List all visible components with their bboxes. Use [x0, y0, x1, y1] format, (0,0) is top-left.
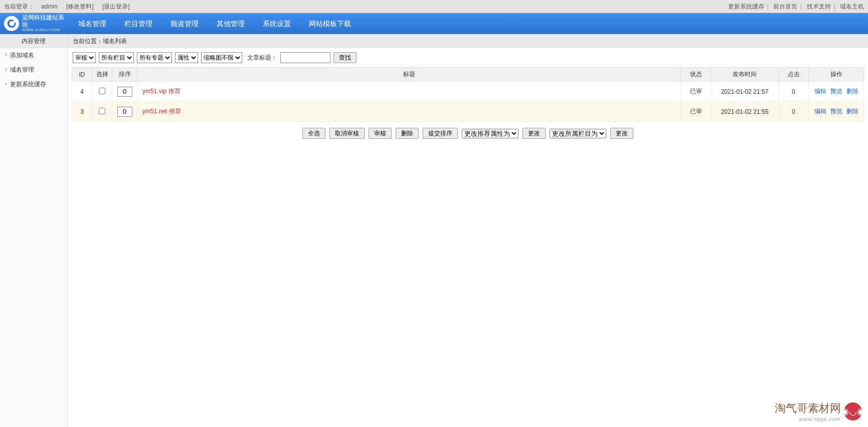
change-column-button[interactable]: 更改	[610, 128, 633, 139]
cell-id: 3	[72, 102, 92, 122]
change-column-select[interactable]: 更改所属栏目为	[550, 129, 606, 138]
th-title: 标题	[137, 68, 681, 82]
nav-channel[interactable]: 频道管理	[161, 13, 208, 34]
current-login-label: 当前登录：	[4, 3, 34, 10]
topbar: 当前登录：admin [修改资料] [退出登录] 更新系统缓存| 前台首页| 技…	[0, 0, 868, 13]
cancel-audit-button[interactable]: 取消审核	[329, 128, 365, 139]
watermark-face-icon: ◉◡◉	[844, 402, 862, 420]
domain-link[interactable]: ym51.net	[142, 108, 167, 115]
filter-column-select[interactable]: 所有栏目	[99, 52, 134, 63]
cell-id: 4	[72, 82, 92, 102]
preview-link[interactable]: 预览	[830, 88, 842, 95]
filter-thumb-select[interactable]: 缩略图不限	[201, 52, 242, 63]
watermark: 淘气哥素材网 www.tqge.com ◉◡◉	[775, 401, 862, 422]
table-row: 4ym51.vip推荐已审2021-01-02 21:570编辑预览删除	[72, 82, 864, 102]
th-time: 发布时间	[711, 68, 779, 82]
th-id: ID	[72, 68, 92, 82]
logo-icon	[4, 16, 19, 31]
filter-audit-select[interactable]: 审核	[73, 52, 96, 63]
row-checkbox[interactable]	[99, 88, 105, 94]
brand-logo: 浚网科技建站系统 WWW.JUNUU.COM	[4, 15, 69, 32]
table-row: 3ym51.net推荐已审2021-01-02 21:550编辑预览删除	[72, 102, 864, 122]
sidebar-item-refresh-cache[interactable]: 更新系统缓存	[0, 77, 67, 92]
edit-link[interactable]: 编辑	[814, 108, 826, 115]
watermark-title: 淘气哥素材网	[775, 401, 841, 416]
breadcrumb: 当前位置：域名列表	[68, 34, 868, 48]
select-all-button[interactable]: 全选	[302, 128, 325, 139]
sidebar: 内容管理 添加域名 域名管理 更新系统缓存	[0, 34, 68, 427]
cell-status: 已审	[681, 102, 711, 122]
preview-link[interactable]: 预览	[830, 108, 842, 115]
cell-hits: 0	[779, 102, 809, 122]
cell-time: 2021-01-02 21:57	[711, 82, 779, 102]
search-button[interactable]: 查找	[333, 52, 357, 63]
audit-button[interactable]: 审核	[369, 128, 392, 139]
recommend-badge: 推荐	[168, 88, 181, 95]
th-ops: 操作	[809, 68, 864, 82]
filter-bar: 审核 所有栏目 所有专题 属性 缩略图不限 文章标题： 查找	[68, 48, 868, 67]
recommend-badge: 推荐	[169, 108, 181, 115]
row-checkbox[interactable]	[99, 108, 105, 114]
submit-sort-button[interactable]: 提交排序	[423, 128, 458, 139]
top-link-refresh-cache[interactable]: 更新系统缓存	[728, 3, 764, 10]
filter-topic-select[interactable]: 所有专题	[137, 52, 172, 63]
bulk-actions: 全选 取消审核 审核 删除 提交排序 更改推荐属性为 更改 更改所属栏目为 更改	[68, 122, 868, 145]
modify-profile-link[interactable]: [修改资料]	[66, 3, 94, 10]
th-select: 选择	[92, 68, 112, 82]
current-user: admin	[41, 3, 58, 10]
th-status: 状态	[681, 68, 711, 82]
brand-sub: WWW.JUNUU.COM	[22, 28, 69, 33]
delete-button[interactable]: 删除	[396, 128, 419, 139]
edit-link[interactable]: 编辑	[814, 88, 826, 95]
change-reco-button[interactable]: 更改	[523, 128, 546, 139]
brand-name: 浚网科技建站系统	[22, 15, 69, 28]
domain-link[interactable]: ym51.vip	[142, 88, 166, 95]
filter-attr-select[interactable]: 属性	[175, 52, 198, 63]
main-nav: 浚网科技建站系统 WWW.JUNUU.COM 域名管理 栏目管理 频道管理 其他…	[0, 13, 868, 34]
cell-status: 已审	[681, 82, 711, 102]
th-hits: 点击	[779, 68, 809, 82]
sort-input[interactable]	[117, 87, 132, 97]
nav-template[interactable]: 网站模板下载	[300, 13, 360, 34]
delete-link[interactable]: 删除	[846, 108, 858, 115]
delete-link[interactable]: 删除	[846, 88, 858, 95]
content: 当前位置：域名列表 审核 所有栏目 所有专题 属性 缩略图不限 文章标题： 查找…	[68, 34, 868, 427]
filter-title-label: 文章标题：	[247, 54, 277, 62]
change-reco-select[interactable]: 更改推荐属性为	[462, 129, 518, 138]
top-link-domain-host[interactable]: 域名主机	[840, 3, 864, 10]
nav-column[interactable]: 栏目管理	[115, 13, 161, 34]
sort-input[interactable]	[117, 107, 132, 117]
nav-other[interactable]: 其他管理	[208, 13, 254, 34]
nav-domain[interactable]: 域名管理	[69, 13, 115, 34]
sidebar-item-domain-manage[interactable]: 域名管理	[0, 63, 67, 77]
top-link-front-home[interactable]: 前台首页	[773, 3, 797, 10]
domain-table: ID 选择 排序 标题 状态 发布时间 点击 操作 4ym51.vip推荐已审2…	[72, 67, 864, 122]
cell-hits: 0	[779, 82, 809, 102]
logout-link[interactable]: [退出登录]	[102, 3, 130, 10]
filter-title-input[interactable]	[280, 52, 330, 63]
sidebar-item-add-domain[interactable]: 添加域名	[0, 48, 67, 63]
nav-system[interactable]: 系统设置	[254, 13, 300, 34]
cell-time: 2021-01-02 21:55	[711, 102, 779, 122]
th-sort: 排序	[112, 68, 137, 82]
sidebar-heading: 内容管理	[0, 34, 67, 48]
watermark-url: www.tqge.com	[775, 416, 841, 422]
top-link-tech-support[interactable]: 技术支持	[807, 3, 831, 10]
